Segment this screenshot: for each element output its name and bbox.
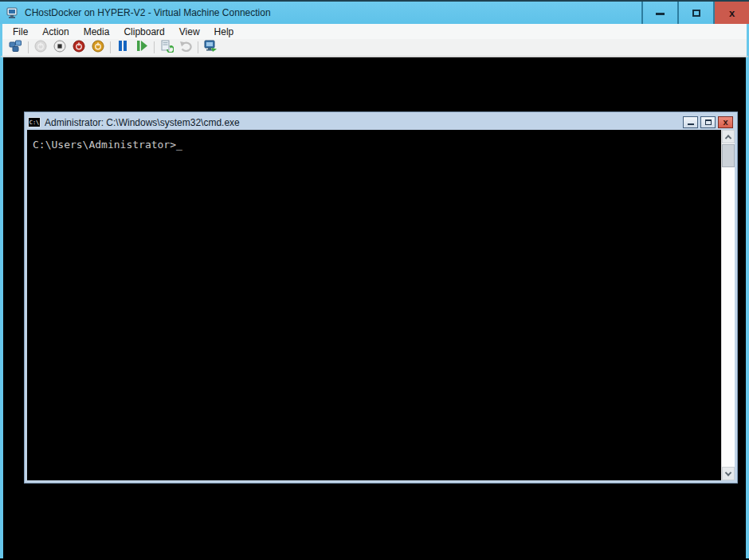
console-output[interactable]: C:\Users\Administrator>_ [27, 130, 721, 480]
console-prompt: C:\Users\Administrator> [33, 139, 176, 151]
titlebar-left: CHostDocker on HYPER-V2 - Virtual Machin… [0, 2, 641, 24]
reset-button[interactable] [132, 40, 151, 56]
cmd-window-title: Administrator: C:\Windows\system32\cmd.e… [45, 117, 683, 128]
cmd-maximize-icon [705, 119, 712, 125]
revert-button[interactable] [176, 40, 195, 56]
turn-off-icon [53, 40, 66, 56]
toolbar-separator [154, 41, 155, 53]
turn-off-button[interactable] [50, 40, 69, 56]
scrollbar-track[interactable] [722, 167, 735, 467]
toolbar [0, 39, 749, 57]
minimize-button[interactable] [641, 2, 677, 24]
console-cursor: _ [176, 139, 182, 151]
cmd-titlebar[interactable]: C:\ Administrator: C:\Windows\system32\c… [27, 115, 735, 130]
shut-down-icon [73, 40, 85, 56]
cmd-close-icon: x [723, 118, 727, 127]
pause-button[interactable] [113, 40, 132, 56]
pause-icon [117, 40, 128, 55]
cmd-window: C:\ Administrator: C:\Windows\system32\c… [24, 112, 738, 484]
menu-view[interactable]: View [179, 26, 200, 37]
reset-icon [135, 40, 148, 55]
cmd-minimize-button[interactable] [683, 116, 698, 128]
start-button[interactable] [31, 40, 50, 56]
maximize-button[interactable] [677, 2, 713, 24]
vm-display[interactable]: C:\ Administrator: C:\Windows\system32\c… [0, 57, 749, 558]
close-button[interactable]: x [713, 2, 749, 24]
ctrl-alt-del-icon [9, 40, 23, 56]
menu-file[interactable]: File [13, 26, 28, 37]
checkpoint-icon [160, 40, 174, 56]
checkpoint-button[interactable] [157, 40, 176, 56]
toolbar-separator [28, 41, 29, 53]
cmd-close-button[interactable]: x [718, 116, 733, 128]
revert-icon [179, 40, 193, 55]
maximize-icon [692, 10, 700, 17]
chevron-down-icon [725, 469, 731, 476]
toolbar-separator [198, 41, 198, 53]
start-icon [34, 40, 47, 56]
cmd-body: C:\Users\Administrator>_ [27, 130, 735, 480]
titlebar[interactable]: CHostDocker on HYPER-V2 - Virtual Machin… [0, 0, 749, 24]
scroll-up-button[interactable] [722, 130, 735, 143]
scrollbar-thumb[interactable] [722, 144, 735, 167]
chevron-up-icon [725, 135, 731, 141]
scroll-down-button[interactable] [722, 467, 735, 480]
cmd-minimize-icon [688, 123, 694, 125]
menu-help[interactable]: Help [214, 26, 234, 37]
vmconnect-window: CHostDocker on HYPER-V2 - Virtual Machin… [0, 0, 749, 560]
minimize-icon [656, 13, 665, 15]
enhanced-session-icon [203, 40, 218, 56]
cmd-icon-label: C:\ [29, 119, 40, 126]
toolbar-separator [110, 41, 111, 53]
vmconnect-icon[interactable] [6, 6, 19, 19]
window-title: CHostDocker on HYPER-V2 - Virtual Machin… [25, 7, 271, 18]
cmd-maximize-button[interactable] [700, 116, 716, 128]
enhanced-session-button[interactable] [201, 40, 220, 56]
shut-down-button[interactable] [69, 40, 88, 56]
save-button[interactable] [88, 40, 108, 56]
cmd-caption-buttons: x [683, 116, 734, 128]
close-icon: x [729, 8, 735, 18]
caption-buttons: x [641, 2, 749, 24]
cmd-icon[interactable]: C:\ [28, 117, 41, 127]
save-icon [92, 40, 104, 56]
ctrl-alt-del-button[interactable] [6, 40, 25, 56]
menu-action[interactable]: Action [42, 26, 69, 37]
menu-media[interactable]: Media [84, 26, 110, 37]
menu-clipboard[interactable]: Clipboard [124, 26, 164, 37]
menubar: File Action Media Clipboard View Help [0, 24, 749, 39]
console-scrollbar[interactable] [721, 130, 735, 480]
